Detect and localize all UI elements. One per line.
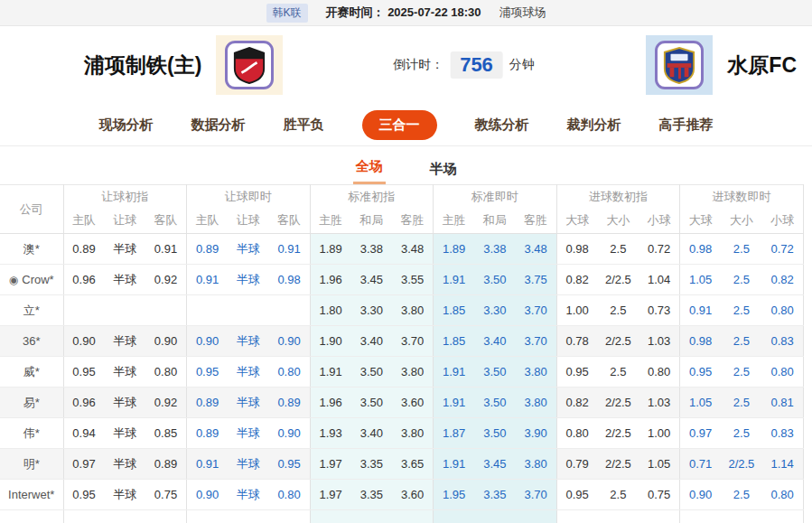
odds-cell: 2/2.5 (598, 418, 639, 449)
odds-cell[interactable]: 半球 (228, 326, 269, 357)
odds-cell[interactable]: 0.80 (269, 480, 311, 510)
odds-cell[interactable]: 0.98 (269, 265, 311, 295)
odds-cell[interactable]: 0.95 (187, 357, 229, 388)
nav-tab-win-draw-loss[interactable]: 胜平负 (284, 117, 324, 134)
odds-cell[interactable]: 2.5 (721, 265, 762, 295)
odds-cell[interactable]: 2.5 (721, 295, 762, 326)
odds-cell[interactable]: 0.90 (269, 418, 311, 449)
odds-cell[interactable]: 0.95 (680, 357, 722, 388)
odds-cell[interactable]: 3.50 (474, 357, 516, 388)
odds-cell[interactable]: 3.80 (516, 357, 557, 388)
odds-cell[interactable]: 0.90 (187, 326, 229, 357)
odds-cell[interactable]: 1.89 (434, 234, 475, 265)
odds-cell[interactable]: 0.97 (680, 418, 722, 449)
odds-cell[interactable]: 半球 (228, 357, 269, 388)
odds-cell[interactable]: 0.89 (187, 234, 229, 265)
odds-cell[interactable]: 0.80 (762, 357, 804, 388)
odds-cell[interactable]: 3.75 (516, 265, 557, 295)
col-header: 让球 (228, 209, 269, 234)
odds-cell[interactable]: 3.90 (516, 418, 557, 449)
odds-cell[interactable]: 半球 (228, 265, 269, 295)
odds-cell: 1.96 (310, 388, 351, 418)
company-cell[interactable]: 威* (0, 357, 63, 388)
odds-cell[interactable]: 2.5 (721, 326, 762, 357)
odds-cell[interactable]: 3.48 (516, 234, 557, 265)
odds-cell[interactable]: 1.91 (434, 357, 475, 388)
odds-cell[interactable]: 2.5 (721, 480, 762, 510)
odds-cell[interactable]: 0.90 (680, 480, 722, 510)
company-cell[interactable]: 伟* (0, 418, 63, 449)
odds-cell: 0.78 (556, 326, 598, 357)
odds-cell[interactable]: 2.5 (721, 418, 762, 449)
odds-cell[interactable]: 0.82 (762, 265, 804, 295)
odds-cell[interactable]: 1.14 (762, 449, 804, 480)
odds-cell[interactable]: 3.40 (474, 326, 516, 357)
company-cell[interactable]: Interwet* (0, 480, 63, 510)
odds-cell[interactable]: 半球 (228, 480, 269, 510)
odds-cell[interactable]: 0.98 (680, 326, 722, 357)
odds-cell[interactable]: 3.70 (516, 480, 557, 510)
period-tab-half-match[interactable]: 半场 (427, 154, 460, 184)
company-cell[interactable]: 明* (0, 449, 63, 480)
odds-cell[interactable]: 半球 (228, 449, 269, 480)
odds-cell[interactable]: 2.5 (721, 388, 762, 418)
odds-cell[interactable]: 半球 (228, 388, 269, 418)
odds-cell[interactable]: 0.72 (762, 234, 804, 265)
odds-cell[interactable]: 3.80 (516, 449, 557, 480)
odds-cell[interactable]: 1.05 (680, 388, 722, 418)
odds-cell[interactable]: 1.85 (434, 326, 475, 357)
odds-cell[interactable]: 0.95 (269, 449, 311, 480)
company-cell[interactable]: ◉Crow* (0, 265, 63, 295)
odds-cell[interactable]: 3.30 (474, 295, 516, 326)
odds-cell[interactable]: 1.95 (434, 480, 475, 510)
odds-cell[interactable]: 0.90 (187, 480, 229, 510)
odds-cell[interactable]: 半球 (228, 418, 269, 449)
odds-cell[interactable]: 1.85 (434, 295, 475, 326)
odds-cell[interactable]: 3.38 (474, 234, 516, 265)
odds-cell[interactable]: 0.90 (269, 326, 311, 357)
odds-cell[interactable]: 0.91 (187, 449, 229, 480)
odds-cell[interactable]: 2/2.5 (721, 449, 762, 480)
nav-tab-data-analysis[interactable]: 数据分析 (191, 117, 246, 134)
company-cell[interactable]: 澳* (0, 234, 63, 265)
odds-cell[interactable]: 1.91 (434, 449, 475, 480)
company-cell[interactable]: 立* (0, 295, 63, 326)
odds-cell[interactable]: 1.91 (434, 265, 475, 295)
odds-cell[interactable]: 0.98 (680, 234, 722, 265)
odds-cell[interactable]: 0.83 (762, 326, 804, 357)
odds-cell[interactable]: 0.89 (187, 418, 229, 449)
odds-cell[interactable]: 3.70 (516, 295, 557, 326)
odds-cell[interactable]: 3.50 (474, 265, 516, 295)
nav-tab-referee-analysis[interactable]: 裁判分析 (567, 117, 621, 134)
odds-cell[interactable]: 2.5 (721, 234, 762, 265)
nav-tab-live-analysis[interactable]: 现场分析 (99, 117, 154, 134)
odds-cell[interactable]: 1.87 (434, 418, 475, 449)
nav-tab-three-in-one[interactable]: 三合一 (362, 110, 437, 140)
odds-cell[interactable]: 1.05 (680, 265, 722, 295)
odds-cell[interactable]: 1.91 (434, 388, 475, 418)
odds-cell[interactable]: 0.91 (187, 265, 229, 295)
odds-cell[interactable]: 3.50 (474, 388, 516, 418)
odds-cell[interactable]: 0.91 (680, 295, 722, 326)
odds-cell[interactable]: 0.81 (762, 388, 804, 418)
odds-cell[interactable]: 半球 (228, 234, 269, 265)
odds-cell[interactable]: 0.80 (762, 295, 804, 326)
odds-cell[interactable]: 3.35 (474, 480, 516, 510)
odds-cell[interactable]: 0.89 (269, 388, 311, 418)
nav-tab-coach-analysis[interactable]: 教练分析 (475, 117, 529, 134)
odds-cell[interactable]: 2.5 (721, 357, 762, 388)
period-tab-full-match[interactable]: 全场 (353, 151, 386, 184)
odds-cell[interactable]: 3.80 (516, 388, 557, 418)
odds-cell[interactable]: 0.71 (680, 449, 722, 480)
company-cell[interactable]: 36* (0, 326, 63, 357)
odds-cell[interactable]: 0.80 (269, 357, 311, 388)
odds-cell[interactable]: 0.89 (187, 388, 229, 418)
odds-cell[interactable]: 0.80 (762, 480, 804, 510)
odds-cell[interactable]: 0.83 (762, 418, 804, 449)
odds-cell[interactable]: 3.70 (516, 326, 557, 357)
nav-tab-expert-picks[interactable]: 高手推荐 (659, 117, 714, 134)
odds-cell[interactable]: 3.50 (474, 418, 516, 449)
odds-cell[interactable]: 3.45 (474, 449, 516, 480)
odds-cell[interactable]: 0.91 (269, 234, 311, 265)
company-cell[interactable]: 易* (0, 388, 63, 418)
